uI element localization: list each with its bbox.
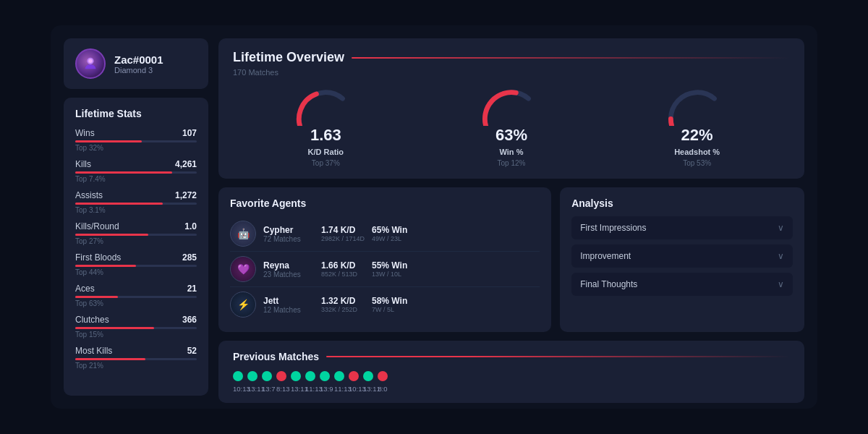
- stat-bar-fill: [75, 203, 163, 205]
- stat-label: Wins: [75, 128, 95, 138]
- matches-scores: 10:1313:1113:78:1313:1111:1313:911:1310:…: [233, 385, 790, 393]
- analysis-card: Analysis First Impressions ∨ Improvement…: [560, 187, 804, 332]
- agent-row: 🤖 Cypher 72 Matches 1.74 K/D 2982K / 171…: [230, 216, 540, 252]
- agent-kd-group: 1.74 K/D 2982K / 1714D: [321, 225, 365, 242]
- match-dot: [247, 371, 258, 381]
- profile-card: Zac#0001 Diamond 3: [64, 38, 208, 89]
- dashboard: Zac#0001 Diamond 3 Lifetime Stats Wins 1…: [51, 25, 817, 409]
- agent-win-group: 55% Win 13W / 10L: [372, 260, 412, 278]
- analysis-item[interactable]: First Impressions ∨: [571, 216, 793, 239]
- match-dot: [262, 371, 272, 381]
- stat-bar-fill: [75, 140, 142, 142]
- analysis-item-label: Final Thoughts: [580, 279, 637, 289]
- gauge-label: Headshot %: [674, 148, 720, 156]
- stat-item: Clutches 366 Top 15%: [75, 315, 197, 339]
- stat-bar-bg: [75, 265, 197, 267]
- stat-label: Kills/Round: [75, 221, 119, 231]
- gauges-row: 1.63 K/D Ratio Top 37% 63% Win % Top 12%…: [233, 87, 790, 167]
- analysis-title: Analysis: [571, 197, 793, 209]
- profile-info: Zac#0001 Diamond 3: [114, 54, 163, 75]
- profile-name: Zac#0001: [114, 54, 163, 66]
- stat-bar-bg: [75, 296, 197, 298]
- match-score: 8:0: [378, 385, 388, 393]
- match-score: 13:11: [247, 385, 258, 393]
- match-score: 13:11: [363, 385, 373, 393]
- avatar: [75, 48, 106, 79]
- stat-item: Aces 21 Top 63%: [75, 284, 197, 307]
- match-score: 11:13: [334, 385, 344, 393]
- matches-line: [326, 356, 790, 357]
- chevron-down-icon: ∨: [778, 251, 784, 261]
- agent-kd: 1.66 K/D: [321, 260, 365, 271]
- stat-label: First Bloods: [75, 252, 121, 263]
- match-dot: [378, 371, 388, 381]
- agent-kd-detail: 332K / 252D: [321, 306, 365, 313]
- agent-matches: 23 Matches: [263, 271, 314, 278]
- matches-title: Previous Matches: [233, 351, 319, 362]
- agent-info: Reyna 23 Matches: [263, 260, 314, 278]
- stat-item: Most Kills 52 Top 21%: [75, 346, 197, 370]
- gauge-label: K/D Ratio: [308, 148, 344, 156]
- match-dot: [305, 371, 315, 381]
- stat-label: Kills: [75, 159, 91, 169]
- chevron-down-icon: ∨: [778, 223, 784, 233]
- gauge-item: 1.63 K/D Ratio Top 37%: [293, 87, 358, 167]
- matches-header: Previous Matches: [233, 351, 790, 362]
- stat-item: First Bloods 285 Top 44%: [75, 252, 197, 276]
- match-score: 11:13: [305, 385, 315, 393]
- stats-title: Lifetime Stats: [75, 108, 197, 119]
- lifetime-header: Lifetime Overview: [233, 50, 790, 65]
- profile-rank: Diamond 3: [114, 66, 163, 75]
- agent-avatar: 💜: [230, 256, 256, 282]
- analysis-item[interactable]: Improvement ∨: [571, 244, 793, 268]
- stat-bar-fill: [75, 296, 118, 298]
- agent-kd-detail: 2982K / 1714D: [321, 235, 365, 242]
- match-score: 10:13: [349, 385, 359, 393]
- gauge-value: 63%: [495, 126, 527, 145]
- stat-bar-fill: [75, 358, 145, 360]
- agent-win: 65% Win: [372, 225, 412, 235]
- stat-bar-fill: [75, 171, 172, 174]
- match-score: 13:7: [262, 385, 272, 393]
- stat-item: Assists 1,272 Top 3.1%: [75, 190, 197, 214]
- stat-value: 52: [187, 346, 197, 356]
- agent-win-detail: 13W / 10L: [372, 271, 412, 278]
- gauge-svg: [479, 87, 544, 126]
- gauge-pct: Top 53%: [683, 159, 711, 167]
- analysis-item-label: First Impressions: [580, 223, 646, 233]
- gauge-label: Win %: [500, 148, 524, 156]
- stats-list: Wins 107 Top 32% Kills 4,261 Top 7.4% As…: [75, 128, 197, 370]
- agent-info: Cypher 72 Matches: [263, 225, 314, 243]
- analysis-item[interactable]: Final Thoughts ∨: [571, 273, 793, 296]
- agent-win-detail: 49W / 23L: [372, 235, 412, 242]
- agent-win: 58% Win: [372, 296, 412, 306]
- stat-label: Most Kills: [75, 346, 112, 356]
- match-dot: [233, 371, 243, 381]
- stat-item: Kills/Round 1.0 Top 27%: [75, 221, 197, 245]
- analysis-item-label: Improvement: [580, 251, 631, 261]
- gauge-svg: [665, 87, 730, 126]
- agent-win-group: 65% Win 49W / 23L: [372, 225, 412, 242]
- agent-name: Jett: [263, 296, 314, 306]
- agent-kd: 1.32 K/D: [321, 296, 365, 306]
- stat-pct: Top 27%: [75, 237, 197, 245]
- agent-name: Reyna: [263, 260, 314, 271]
- match-dot: [291, 371, 301, 381]
- agent-info: Jett 12 Matches: [263, 296, 314, 314]
- stat-bar-bg: [75, 171, 197, 174]
- agents-list: 🤖 Cypher 72 Matches 1.74 K/D 2982K / 171…: [230, 216, 540, 322]
- stat-bar-bg: [75, 234, 197, 236]
- gauge-value: 1.63: [310, 126, 341, 145]
- stat-bar-bg: [75, 358, 197, 360]
- lifetime-subtitle: 170 Matches: [233, 68, 790, 77]
- stat-label: Assists: [75, 190, 103, 200]
- agent-row: ⚡ Jett 12 Matches 1.32 K/D 332K / 252D 5…: [230, 287, 540, 322]
- stat-pct: Top 21%: [75, 362, 197, 370]
- match-score: 13:9: [320, 385, 330, 393]
- stat-pct: Top 7.4%: [75, 175, 197, 183]
- gauge-value: 22%: [681, 126, 713, 145]
- stat-pct: Top 32%: [75, 144, 197, 152]
- stat-bar-fill: [75, 265, 136, 267]
- lifetime-stats-card: Lifetime Stats Wins 107 Top 32% Kills 4,…: [64, 98, 208, 396]
- previous-matches-card: Previous Matches 10:1313:1113:78:1313:11…: [218, 341, 804, 403]
